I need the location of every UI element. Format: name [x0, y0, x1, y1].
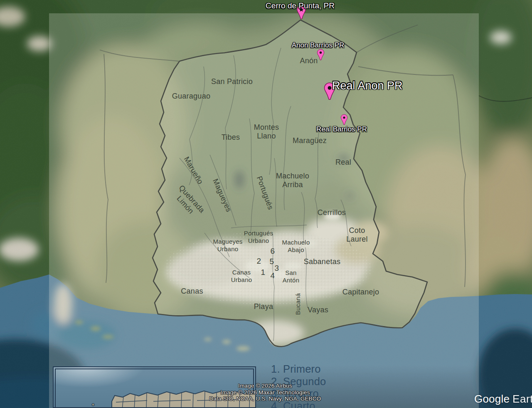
barrio-label-vayas: Vayas: [308, 306, 328, 314]
pin-real-barrios[interactable]: [340, 114, 348, 126]
overlay-region: [49, 13, 479, 408]
earth-logo-text: Earth: [512, 393, 532, 405]
ward-number-1: 1: [261, 268, 266, 277]
dot-icon: [328, 86, 332, 90]
barrio-label-capitanejo: Capitanejo: [342, 288, 379, 297]
barrio-label-machuelo-abajo: Machuelo Abajo: [282, 239, 310, 253]
ward-number-4: 4: [271, 271, 275, 280]
barrio-label-coto-laurel: Coto Laurel: [346, 226, 368, 244]
barrio-label-portugues-urbano: Portugués Urbano: [244, 230, 273, 244]
barrio-label-anon: Anón: [300, 57, 318, 65]
imagery-attribution: Image © 2026 Airbus Image © 2026 Maxar T…: [149, 383, 382, 402]
barrio-label-san-anton: San Antón: [283, 269, 299, 284]
inset-small-island: [92, 403, 94, 406]
ward-number-2: 2: [257, 257, 261, 266]
pin-label-cerro-de-punta[interactable]: Cerro de Punta, PR: [266, 1, 335, 10]
ward-item-primero[interactable]: 1. Primero: [271, 363, 326, 376]
barrio-label-montes-llano: Montes Llano: [254, 123, 279, 141]
barrio-label-guaraguao: Guaraguao: [172, 92, 210, 101]
barrio-label-magueyes-urbano: Magueyes Urbano: [213, 238, 242, 252]
barrio-label-bucana: Bucaná: [294, 293, 302, 315]
barrio-label-sabanetas: Sabanetas: [304, 257, 340, 266]
ward-number-6: 6: [271, 247, 275, 256]
attribution-line-airbus: Image © 2026 Airbus: [149, 383, 382, 389]
google-earth-map-view[interactable]: San Patricio Guaraguao Anón Tibes Montes…: [0, 0, 532, 408]
barrio-label-canas: Canas: [181, 287, 203, 296]
dot-icon: [343, 116, 345, 119]
barrio-label-san-patricio: San Patricio: [211, 77, 253, 86]
barrio-label-playa: Playa: [254, 302, 273, 311]
google-earth-logo: GoogleEarth: [474, 393, 532, 406]
pin-anon-barrios[interactable]: [317, 48, 325, 62]
barrio-label-maraguez: Maragüez: [293, 136, 327, 145]
barrio-label-cerrillos: Cerrillos: [318, 208, 346, 217]
pin-label-real-anon[interactable]: Real Anon PR: [332, 79, 403, 92]
pin-label-anon-barrios[interactable]: Anon Barrios PR: [292, 41, 345, 49]
ward-number-3: 3: [275, 264, 279, 273]
attribution-line-maxar: Image © 2026 Maxar Technologies: [149, 389, 382, 396]
attribution-line-data: Data SIO, NOAA, U.S. Navy, NGA, GEBCO: [149, 396, 382, 402]
dot-icon: [320, 52, 322, 54]
google-logo-text: Google: [474, 393, 510, 405]
ward-number-5: 5: [270, 257, 274, 266]
barrio-label-canas-urbano: Canas Urbano: [231, 269, 252, 283]
barrio-label-real: Real: [335, 158, 351, 167]
barrio-label-tibes: Tibes: [222, 133, 240, 142]
pin-label-real-barrios[interactable]: Real Barrios PR: [316, 125, 367, 134]
barrio-label-machuelo-arriba: Machuelo Arriba: [276, 172, 309, 189]
